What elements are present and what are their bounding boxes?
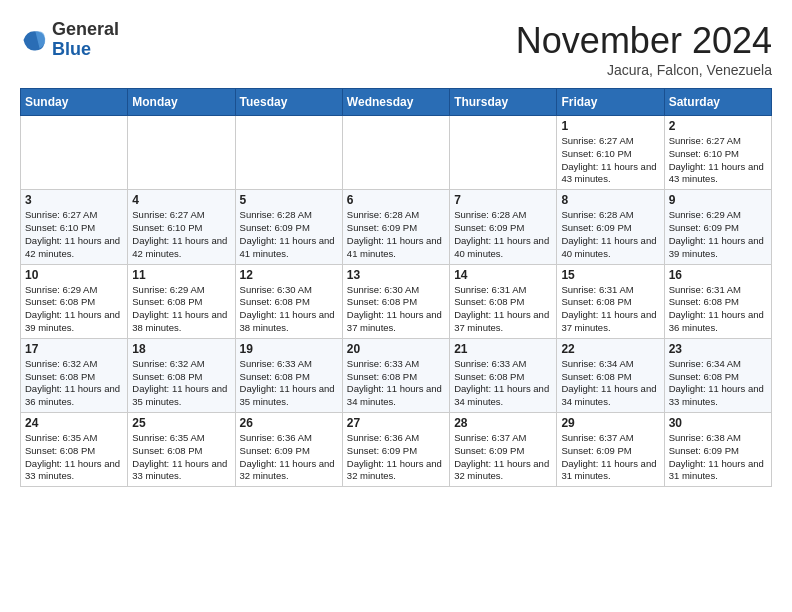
calendar-table: SundayMondayTuesdayWednesdayThursdayFrid… bbox=[20, 88, 772, 487]
day-number: 29 bbox=[561, 416, 659, 430]
day-info: Sunrise: 6:27 AM Sunset: 6:10 PM Dayligh… bbox=[25, 209, 123, 260]
day-info: Sunrise: 6:35 AM Sunset: 6:08 PM Dayligh… bbox=[132, 432, 230, 483]
day-number: 16 bbox=[669, 268, 767, 282]
calendar-cell: 9Sunrise: 6:29 AM Sunset: 6:09 PM Daylig… bbox=[664, 190, 771, 264]
calendar-cell: 8Sunrise: 6:28 AM Sunset: 6:09 PM Daylig… bbox=[557, 190, 664, 264]
calendar-cell: 16Sunrise: 6:31 AM Sunset: 6:08 PM Dayli… bbox=[664, 264, 771, 338]
logo-general: General bbox=[52, 20, 119, 40]
day-info: Sunrise: 6:38 AM Sunset: 6:09 PM Dayligh… bbox=[669, 432, 767, 483]
day-info: Sunrise: 6:30 AM Sunset: 6:08 PM Dayligh… bbox=[240, 284, 338, 335]
day-info: Sunrise: 6:29 AM Sunset: 6:08 PM Dayligh… bbox=[132, 284, 230, 335]
day-number: 11 bbox=[132, 268, 230, 282]
day-number: 19 bbox=[240, 342, 338, 356]
day-info: Sunrise: 6:36 AM Sunset: 6:09 PM Dayligh… bbox=[240, 432, 338, 483]
calendar-cell: 13Sunrise: 6:30 AM Sunset: 6:08 PM Dayli… bbox=[342, 264, 449, 338]
day-number: 18 bbox=[132, 342, 230, 356]
day-number: 5 bbox=[240, 193, 338, 207]
day-number: 20 bbox=[347, 342, 445, 356]
day-info: Sunrise: 6:32 AM Sunset: 6:08 PM Dayligh… bbox=[132, 358, 230, 409]
day-number: 14 bbox=[454, 268, 552, 282]
day-info: Sunrise: 6:27 AM Sunset: 6:10 PM Dayligh… bbox=[132, 209, 230, 260]
calendar-cell bbox=[235, 116, 342, 190]
calendar-cell: 27Sunrise: 6:36 AM Sunset: 6:09 PM Dayli… bbox=[342, 413, 449, 487]
day-number: 2 bbox=[669, 119, 767, 133]
day-info: Sunrise: 6:36 AM Sunset: 6:09 PM Dayligh… bbox=[347, 432, 445, 483]
day-number: 6 bbox=[347, 193, 445, 207]
calendar-cell: 20Sunrise: 6:33 AM Sunset: 6:08 PM Dayli… bbox=[342, 338, 449, 412]
day-info: Sunrise: 6:37 AM Sunset: 6:09 PM Dayligh… bbox=[561, 432, 659, 483]
month-title: November 2024 bbox=[516, 20, 772, 62]
calendar-cell: 24Sunrise: 6:35 AM Sunset: 6:08 PM Dayli… bbox=[21, 413, 128, 487]
day-number: 13 bbox=[347, 268, 445, 282]
calendar-cell: 26Sunrise: 6:36 AM Sunset: 6:09 PM Dayli… bbox=[235, 413, 342, 487]
day-number: 15 bbox=[561, 268, 659, 282]
calendar-cell: 15Sunrise: 6:31 AM Sunset: 6:08 PM Dayli… bbox=[557, 264, 664, 338]
day-info: Sunrise: 6:27 AM Sunset: 6:10 PM Dayligh… bbox=[561, 135, 659, 186]
calendar-cell: 4Sunrise: 6:27 AM Sunset: 6:10 PM Daylig… bbox=[128, 190, 235, 264]
day-info: Sunrise: 6:27 AM Sunset: 6:10 PM Dayligh… bbox=[669, 135, 767, 186]
day-info: Sunrise: 6:31 AM Sunset: 6:08 PM Dayligh… bbox=[454, 284, 552, 335]
week-row-1: 1Sunrise: 6:27 AM Sunset: 6:10 PM Daylig… bbox=[21, 116, 772, 190]
calendar-cell bbox=[128, 116, 235, 190]
title-block: November 2024 Jacura, Falcon, Venezuela bbox=[516, 20, 772, 78]
day-number: 10 bbox=[25, 268, 123, 282]
calendar-cell: 29Sunrise: 6:37 AM Sunset: 6:09 PM Dayli… bbox=[557, 413, 664, 487]
day-number: 21 bbox=[454, 342, 552, 356]
day-info: Sunrise: 6:28 AM Sunset: 6:09 PM Dayligh… bbox=[240, 209, 338, 260]
day-number: 9 bbox=[669, 193, 767, 207]
calendar-cell: 10Sunrise: 6:29 AM Sunset: 6:08 PM Dayli… bbox=[21, 264, 128, 338]
logo-icon bbox=[20, 26, 48, 54]
weekday-header-monday: Monday bbox=[128, 89, 235, 116]
day-number: 28 bbox=[454, 416, 552, 430]
calendar-cell bbox=[450, 116, 557, 190]
day-number: 23 bbox=[669, 342, 767, 356]
day-number: 1 bbox=[561, 119, 659, 133]
weekday-header-saturday: Saturday bbox=[664, 89, 771, 116]
calendar-cell: 22Sunrise: 6:34 AM Sunset: 6:08 PM Dayli… bbox=[557, 338, 664, 412]
day-number: 17 bbox=[25, 342, 123, 356]
day-number: 25 bbox=[132, 416, 230, 430]
day-number: 30 bbox=[669, 416, 767, 430]
day-info: Sunrise: 6:31 AM Sunset: 6:08 PM Dayligh… bbox=[669, 284, 767, 335]
calendar-cell: 25Sunrise: 6:35 AM Sunset: 6:08 PM Dayli… bbox=[128, 413, 235, 487]
day-info: Sunrise: 6:32 AM Sunset: 6:08 PM Dayligh… bbox=[25, 358, 123, 409]
weekday-header-row: SundayMondayTuesdayWednesdayThursdayFrid… bbox=[21, 89, 772, 116]
day-number: 26 bbox=[240, 416, 338, 430]
day-number: 4 bbox=[132, 193, 230, 207]
calendar-cell: 30Sunrise: 6:38 AM Sunset: 6:09 PM Dayli… bbox=[664, 413, 771, 487]
calendar-cell: 7Sunrise: 6:28 AM Sunset: 6:09 PM Daylig… bbox=[450, 190, 557, 264]
day-info: Sunrise: 6:34 AM Sunset: 6:08 PM Dayligh… bbox=[561, 358, 659, 409]
weekday-header-wednesday: Wednesday bbox=[342, 89, 449, 116]
calendar-cell: 1Sunrise: 6:27 AM Sunset: 6:10 PM Daylig… bbox=[557, 116, 664, 190]
day-info: Sunrise: 6:31 AM Sunset: 6:08 PM Dayligh… bbox=[561, 284, 659, 335]
calendar-cell bbox=[21, 116, 128, 190]
day-info: Sunrise: 6:37 AM Sunset: 6:09 PM Dayligh… bbox=[454, 432, 552, 483]
week-row-5: 24Sunrise: 6:35 AM Sunset: 6:08 PM Dayli… bbox=[21, 413, 772, 487]
location: Jacura, Falcon, Venezuela bbox=[516, 62, 772, 78]
day-number: 7 bbox=[454, 193, 552, 207]
day-number: 24 bbox=[25, 416, 123, 430]
calendar-cell: 23Sunrise: 6:34 AM Sunset: 6:08 PM Dayli… bbox=[664, 338, 771, 412]
week-row-4: 17Sunrise: 6:32 AM Sunset: 6:08 PM Dayli… bbox=[21, 338, 772, 412]
weekday-header-friday: Friday bbox=[557, 89, 664, 116]
weekday-header-thursday: Thursday bbox=[450, 89, 557, 116]
day-number: 3 bbox=[25, 193, 123, 207]
calendar-cell: 21Sunrise: 6:33 AM Sunset: 6:08 PM Dayli… bbox=[450, 338, 557, 412]
logo-text: General Blue bbox=[52, 20, 119, 60]
calendar-cell: 17Sunrise: 6:32 AM Sunset: 6:08 PM Dayli… bbox=[21, 338, 128, 412]
calendar-cell: 11Sunrise: 6:29 AM Sunset: 6:08 PM Dayli… bbox=[128, 264, 235, 338]
weekday-header-tuesday: Tuesday bbox=[235, 89, 342, 116]
day-info: Sunrise: 6:33 AM Sunset: 6:08 PM Dayligh… bbox=[240, 358, 338, 409]
logo-blue: Blue bbox=[52, 40, 119, 60]
weekday-header-sunday: Sunday bbox=[21, 89, 128, 116]
day-info: Sunrise: 6:35 AM Sunset: 6:08 PM Dayligh… bbox=[25, 432, 123, 483]
calendar-cell: 14Sunrise: 6:31 AM Sunset: 6:08 PM Dayli… bbox=[450, 264, 557, 338]
day-info: Sunrise: 6:28 AM Sunset: 6:09 PM Dayligh… bbox=[561, 209, 659, 260]
calendar-cell: 19Sunrise: 6:33 AM Sunset: 6:08 PM Dayli… bbox=[235, 338, 342, 412]
day-info: Sunrise: 6:28 AM Sunset: 6:09 PM Dayligh… bbox=[347, 209, 445, 260]
day-info: Sunrise: 6:29 AM Sunset: 6:09 PM Dayligh… bbox=[669, 209, 767, 260]
day-number: 12 bbox=[240, 268, 338, 282]
page-header: General Blue November 2024 Jacura, Falco… bbox=[20, 20, 772, 78]
day-info: Sunrise: 6:30 AM Sunset: 6:08 PM Dayligh… bbox=[347, 284, 445, 335]
day-number: 22 bbox=[561, 342, 659, 356]
